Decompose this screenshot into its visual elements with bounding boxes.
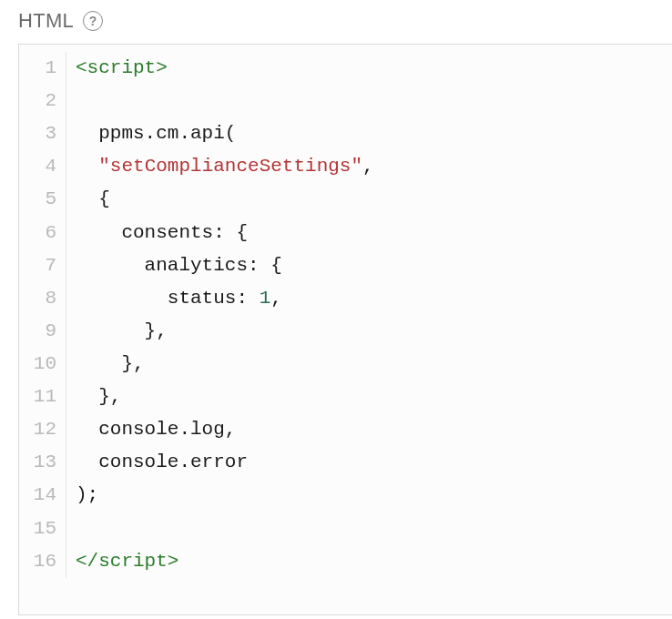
code-line [76, 85, 672, 117]
code-line: }, [76, 381, 672, 413]
line-number: 4 [26, 150, 56, 183]
code-line: }, [76, 348, 672, 381]
line-number: 7 [26, 249, 56, 282]
code-line: console.error [76, 446, 672, 479]
line-number: 5 [26, 183, 56, 216]
code-inner: 12345678910111213141516 <script> ppms.cm… [19, 45, 672, 614]
code-example-container: HTML ? 12345678910111213141516 <script> … [0, 0, 672, 615]
line-number: 16 [26, 545, 56, 578]
code-line: status: 1, [76, 282, 672, 315]
line-number: 1 [26, 52, 56, 85]
line-number: 10 [26, 348, 56, 381]
line-number-gutter: 12345678910111213141516 [19, 52, 66, 578]
code-line: consents: { [76, 217, 672, 249]
line-number: 2 [26, 85, 56, 117]
line-number: 3 [26, 117, 56, 150]
help-icon[interactable]: ? [83, 11, 103, 31]
code-line: ppms.cm.api( [76, 117, 672, 150]
code-line: console.log, [76, 413, 672, 446]
code-line: <script> [76, 52, 672, 85]
line-number: 6 [26, 217, 56, 249]
code-line: analytics: { [76, 249, 672, 282]
line-number: 9 [26, 315, 56, 348]
code-header: HTML ? [18, 9, 672, 44]
code-content[interactable]: <script> ppms.cm.api( "setComplianceSett… [66, 52, 672, 578]
code-line: </script> [76, 545, 672, 578]
code-line: { [76, 183, 672, 216]
line-number: 12 [26, 413, 56, 446]
line-number: 11 [26, 381, 56, 413]
language-label: HTML [18, 9, 74, 33]
line-number: 14 [26, 479, 56, 512]
code-panel: 12345678910111213141516 <script> ppms.cm… [18, 44, 672, 615]
line-number: 13 [26, 446, 56, 479]
code-line: "setComplianceSettings", [76, 150, 672, 183]
code-line: }, [76, 315, 672, 348]
code-line [76, 512, 672, 545]
code-line: ); [76, 479, 672, 512]
line-number: 8 [26, 282, 56, 315]
line-number: 15 [26, 512, 56, 545]
